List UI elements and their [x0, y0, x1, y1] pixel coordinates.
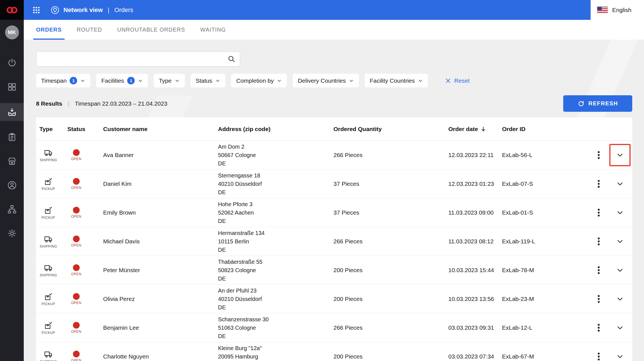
order-id: ExLab-12-L [502, 324, 590, 331]
filter-delivery-countries[interactable]: Delivery Countries [293, 74, 359, 87]
row-expand-chevron-icon[interactable] [616, 295, 624, 303]
order-date: 10.03.2023 13:56 [448, 296, 502, 302]
order-id: ExLab-07-S [502, 180, 590, 187]
filter-facility-countries[interactable]: Facility Countries [365, 74, 428, 87]
table-row[interactable]: PICKUP OPEN Emily Brown Hohe Pforte 3520… [36, 198, 632, 227]
table-row[interactable]: PICKUP OPEN Daniel Kim Sternengasse 1840… [36, 170, 632, 198]
order-status: OPEN [67, 178, 85, 190]
order-type-label: SHIPPING [40, 360, 57, 361]
filter-facilities[interactable]: Facilities 1 [96, 74, 148, 87]
sidebar-item-account[interactable] [0, 177, 24, 193]
refresh-label: REFRESH [588, 100, 618, 107]
filter-completion-by[interactable]: Completion by [231, 74, 287, 87]
sidebar-item-orders-inbox[interactable] [0, 103, 24, 121]
address: Thabäerstraße 5550823 CologneDE [218, 258, 333, 283]
table-row[interactable]: PICKUP OPEN Olivia Perez An der Pfuhl 23… [36, 285, 632, 314]
sidebar-item-store[interactable] [0, 153, 24, 169]
status-open-dot [73, 264, 80, 271]
row-expand-chevron-icon[interactable] [616, 266, 624, 274]
reset-filters-button[interactable]: Reset [445, 77, 470, 84]
row-expand-chevron-icon[interactable] [616, 238, 624, 245]
table-header: Type Status Customer name Address (zip c… [36, 117, 632, 141]
topbar: Network view | Orders English [24, 0, 644, 20]
sidebar-item-order-tasks[interactable] [0, 129, 24, 145]
search-box [36, 51, 240, 66]
app-logo[interactable] [0, 0, 24, 20]
filter-label: Facilities [101, 77, 124, 84]
customer-name: Daniel Kim [103, 180, 218, 187]
address: Hermanstraße 13410115 BerlinDE [218, 229, 333, 254]
main-content: Timespan 1 Facilities 1 Type Status Comp… [24, 40, 644, 361]
sidebar-item-network[interactable] [0, 201, 24, 217]
row-expand-chevron-icon[interactable] [616, 324, 624, 332]
order-status-label: OPEN [71, 157, 81, 161]
search-input[interactable] [36, 52, 240, 66]
column-header-order-date[interactable]: Order date [448, 126, 502, 132]
row-menu-kebab-icon[interactable] [594, 352, 604, 361]
status-open-dot [73, 207, 80, 213]
search-icon[interactable] [228, 55, 235, 63]
tab-unroutable-orders[interactable]: UNROUTABLE ORDERS [114, 20, 188, 40]
row-menu-kebab-icon[interactable] [594, 208, 604, 218]
table-row[interactable]: PICKUP OPEN Benjamin Lee Schanzenstrasse… [36, 314, 632, 342]
row-menu-kebab-icon[interactable] [594, 179, 604, 189]
table-row[interactable]: SHIPPING OPEN Michael Davis Hermanstraße… [36, 227, 632, 256]
table-row[interactable]: SHIPPING OPEN Charlotte Nguyen Kleine Bu… [36, 342, 632, 361]
filter-label: Status [196, 77, 212, 84]
column-header-address: Address (zip code) [218, 126, 333, 132]
ordered-quantity: 266 Pieces [333, 152, 448, 158]
filter-type[interactable]: Type [154, 74, 185, 87]
refresh-button[interactable]: REFRESH [563, 95, 632, 112]
tab-routed[interactable]: ROUTED [74, 20, 105, 40]
filter-status[interactable]: Status [191, 74, 226, 87]
customer-name: Benjamin Lee [103, 324, 218, 331]
row-menu-kebab-icon[interactable] [594, 323, 604, 333]
address: Hohe Pforte 352062 AachenDE [218, 200, 333, 225]
order-type: SHIPPING [39, 235, 57, 248]
filter-count-badge: 1 [70, 77, 77, 84]
ordered-quantity: 200 Pieces [333, 353, 448, 360]
chevron-down-icon [80, 78, 85, 83]
sidebar-item-settings[interactable] [0, 225, 24, 241]
order-type-label: SHIPPING [40, 158, 57, 162]
row-menu-kebab-icon[interactable] [594, 265, 604, 275]
order-date: 10.03.2023 15:44 [448, 267, 502, 274]
tab-waiting[interactable]: WAITING [197, 20, 229, 40]
row-menu-kebab-icon[interactable] [594, 150, 604, 160]
filter-label: Type [159, 77, 172, 84]
status-open-dot [73, 322, 80, 329]
filter-bar: Timespan 1 Facilities 1 Type Status Comp… [36, 74, 632, 87]
sidebar-item-power[interactable] [0, 55, 24, 71]
row-expand-chevron-icon[interactable] [616, 151, 624, 159]
filter-timespan[interactable]: Timespan 1 [36, 74, 90, 87]
order-date: 11.03.2023 09:00 [448, 209, 502, 216]
order-type-label: PICKUP [42, 216, 55, 220]
status-open-dot [73, 236, 80, 242]
power-icon [7, 58, 17, 68]
shipping-truck-icon [43, 350, 54, 359]
topbar-blue-bar: Network view | Orders [24, 0, 591, 20]
row-menu-kebab-icon[interactable] [594, 236, 604, 246]
table-row[interactable]: SHIPPING OPEN Peter Münster Thabäerstraß… [36, 256, 632, 285]
breadcrumb-section: Orders [114, 6, 133, 14]
dashboard-icon [7, 82, 17, 92]
order-type: PICKUP [39, 177, 57, 191]
address: Sternengasse 1840210 DüsseldorfDE [218, 171, 333, 196]
row-menu-kebab-icon[interactable] [594, 294, 604, 304]
tab-orders[interactable]: ORDERS [33, 20, 65, 40]
orders-table: Type Status Customer name Address (zip c… [36, 117, 632, 361]
settings-gear-icon [7, 229, 17, 238]
row-expand-chevron-icon[interactable] [616, 353, 624, 360]
order-type: PICKUP [39, 321, 57, 335]
chevron-down-icon [349, 78, 354, 83]
row-expand-chevron-icon[interactable] [616, 180, 624, 188]
language-selector[interactable]: English [591, 0, 644, 20]
table-row[interactable]: SHIPPING OPEN Ava Banner Am Dom 250667 C… [36, 141, 632, 170]
shipping-truck-icon [43, 263, 54, 272]
address: Am Dom 250667 CologneDE [218, 142, 333, 168]
order-id: ExLab-23-M [502, 296, 590, 302]
user-avatar[interactable]: MK [5, 25, 19, 39]
row-expand-chevron-icon[interactable] [616, 209, 624, 217]
sidebar-item-dashboard[interactable] [0, 79, 24, 95]
app-grid-button[interactable] [30, 4, 43, 16]
